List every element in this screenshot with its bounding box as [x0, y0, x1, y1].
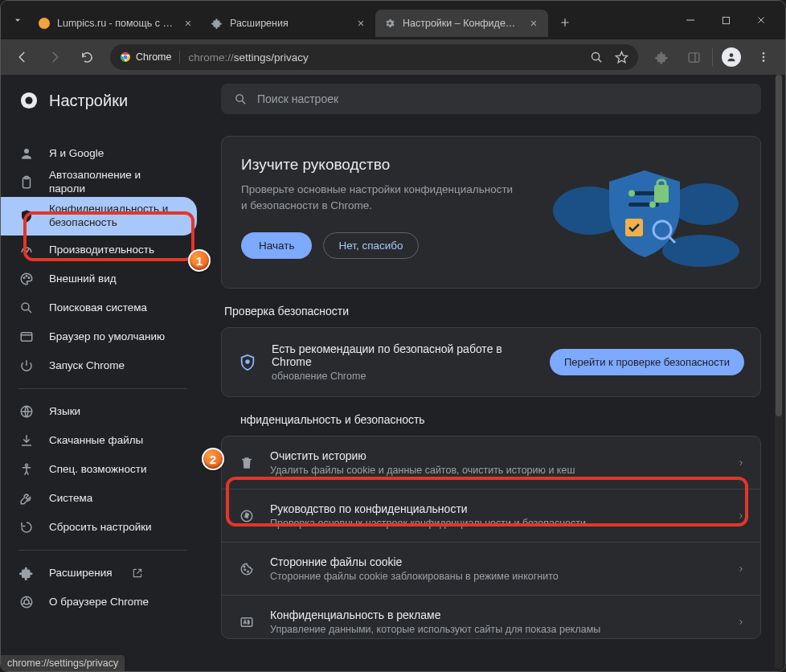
sidebar-item-languages[interactable]: Языки: [1, 397, 197, 426]
browser-toolbar: Chrome chrome://settings/privacy: [1, 39, 785, 75]
row-clear-browsing-data[interactable]: Очистить историюУдалить файлы cookie и д…: [222, 436, 760, 489]
sidebar-item-system[interactable]: Система: [1, 484, 197, 513]
sidebar-item-autofill[interactable]: Автозаполнение и пароли: [1, 168, 197, 197]
guide-title: Изучите руководство: [241, 156, 534, 174]
window-controls: [673, 7, 779, 33]
guide-start-button[interactable]: Начать: [241, 232, 312, 259]
divider: [18, 550, 187, 551]
app-header: Настройки: [1, 75, 205, 126]
safety-section-header: Проверка безопасности: [224, 305, 761, 318]
tab-search-button[interactable]: [6, 8, 30, 32]
gauge-icon: [18, 242, 35, 258]
minimize-button[interactable]: [673, 7, 708, 33]
search-icon: [234, 92, 248, 106]
gear-icon: [383, 17, 396, 30]
safety-subtitle: обновление Chrome: [272, 371, 535, 382]
reset-icon: [18, 519, 35, 535]
search-input[interactable]: Поиск настроек: [221, 84, 761, 114]
svg-point-23: [236, 94, 244, 101]
site-chip: Chrome: [120, 51, 171, 63]
accessibility-icon: [18, 461, 35, 477]
sidebar-item-appearance[interactable]: Внешний вид: [1, 264, 197, 293]
address-bar[interactable]: Chrome chrome://settings/privacy: [110, 44, 638, 70]
close-window-button[interactable]: [743, 7, 779, 33]
sidebar-item-on-startup[interactable]: Запуск Chrome: [1, 351, 197, 380]
tab-title: Настройки – Конфиденциа: [403, 18, 521, 29]
tab-extensions[interactable]: Расширения: [203, 10, 375, 37]
main-panel: Поиск настроек Изучите руководство Прове…: [205, 75, 785, 671]
sidebar-item-extensions[interactable]: Расширения: [1, 559, 197, 588]
sidebar-item-privacy[interactable]: Конфиденциальность и безопасность: [1, 197, 197, 236]
clipboard-icon: [18, 174, 35, 191]
sidebar: Настройки Я и Google Автозаполнение и па…: [1, 75, 205, 671]
svg-point-38: [248, 571, 249, 572]
download-icon: [18, 432, 35, 449]
sidebar-item-search-engine[interactable]: Поисковая система: [1, 293, 197, 322]
extensions-button[interactable]: [648, 43, 675, 71]
sidebar-item-accessibility[interactable]: Спец. возможности: [1, 455, 197, 484]
search-icon: [18, 300, 35, 316]
palette-icon: [18, 271, 35, 287]
row-ad-privacy[interactable]: Конфиденциальность в рекламеУправление д…: [222, 595, 760, 638]
url-text: chrome://settings/privacy: [188, 51, 308, 64]
trash-icon: [238, 454, 256, 472]
tab-settings[interactable]: Настройки – Конфиденциа: [375, 10, 548, 37]
sidebar-item-reset[interactable]: Сбросить настройки: [1, 513, 197, 542]
svg-point-2: [123, 55, 127, 59]
new-tab-button[interactable]: [553, 10, 577, 35]
close-icon[interactable]: [182, 17, 194, 30]
svg-point-5: [730, 53, 734, 57]
reload-button[interactable]: [73, 43, 100, 71]
svg-point-11: [24, 149, 29, 154]
window-titlebar: Lumpics.ru - помощь с комп Расширения На…: [1, 1, 785, 39]
svg-rect-33: [625, 219, 643, 236]
svg-rect-18: [21, 333, 32, 342]
sidebar-item-default-browser[interactable]: Браузер по умолчанию: [1, 322, 197, 351]
privacy-section-header: нфиденциальность и безопасность: [240, 413, 761, 426]
chrome-logo-icon: [20, 92, 38, 109]
puzzle-icon: [18, 565, 35, 581]
vertical-scrollbar[interactable]: [775, 75, 783, 670]
svg-rect-0: [723, 17, 729, 23]
annotation-badge-2: 2: [202, 448, 224, 470]
svg-point-6: [763, 52, 765, 55]
guide-dismiss-button[interactable]: Нет, спасибо: [323, 232, 418, 259]
sidebar-item-about[interactable]: О браузере Chrome: [1, 588, 197, 617]
close-icon[interactable]: [354, 17, 367, 30]
side-panel-button[interactable]: [680, 43, 707, 71]
sidebar-item-downloads[interactable]: Скачанные файлы: [1, 426, 197, 455]
forward-button[interactable]: [41, 43, 68, 71]
close-icon[interactable]: [527, 17, 540, 30]
profile-button[interactable]: [718, 43, 745, 71]
ad-icon: [238, 613, 256, 631]
chevron-right-icon: [738, 617, 744, 628]
scrollbar-thumb[interactable]: [776, 75, 782, 416]
maximize-button[interactable]: [708, 7, 743, 33]
status-bar-url: chrome://settings/privacy: [1, 655, 125, 671]
tab-title: Расширения: [230, 18, 348, 29]
search-icon[interactable]: [590, 51, 604, 64]
svg-point-22: [24, 600, 29, 604]
compass-icon: [238, 507, 256, 525]
svg-point-16: [28, 277, 30, 279]
sidebar-item-performance[interactable]: Производительность: [1, 236, 197, 264]
svg-point-14: [23, 277, 25, 279]
cookie-icon: [238, 560, 256, 578]
row-third-party-cookies[interactable]: Сторонние файлы cookieСторонние файлы co…: [222, 542, 760, 595]
divider: [18, 388, 187, 389]
browser-icon: [18, 329, 35, 345]
row-privacy-guide[interactable]: Руководство по конфиденциальностиПроверк…: [222, 489, 760, 542]
tab-title: Lumpics.ru - помощь с комп: [57, 18, 175, 29]
menu-button[interactable]: [750, 43, 777, 71]
sidebar-item-you-and-google[interactable]: Я и Google: [1, 139, 197, 168]
svg-point-15: [26, 276, 27, 277]
svg-point-20: [26, 464, 28, 466]
safety-check-button[interactable]: Перейти к проверке безопасности: [550, 349, 744, 375]
bookmark-icon[interactable]: [615, 51, 628, 64]
svg-point-25: [671, 183, 739, 225]
svg-point-37: [244, 569, 246, 571]
chevron-right-icon: [738, 563, 744, 575]
back-button[interactable]: [9, 43, 36, 71]
tab-lumpics[interactable]: Lumpics.ru - помощь с комп: [30, 10, 203, 37]
search-placeholder: Поиск настроек: [257, 92, 338, 105]
